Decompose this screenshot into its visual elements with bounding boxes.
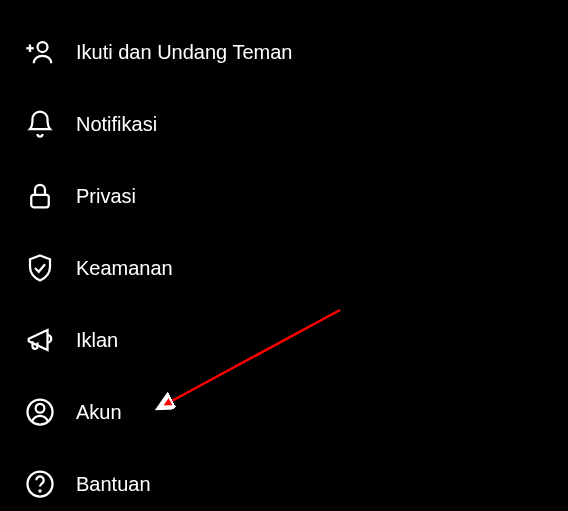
menu-item-security[interactable]: Keamanan	[0, 232, 568, 304]
svg-point-0	[38, 42, 48, 52]
menu-item-label: Iklan	[76, 329, 118, 352]
svg-point-5	[36, 404, 45, 413]
menu-item-label: Notifikasi	[76, 113, 157, 136]
menu-item-label: Bantuan	[76, 473, 151, 496]
menu-item-label: Keamanan	[76, 257, 173, 280]
menu-item-privacy[interactable]: Privasi	[0, 160, 568, 232]
shield-check-icon	[24, 252, 56, 284]
menu-item-account[interactable]: Akun	[0, 376, 568, 448]
help-icon	[24, 468, 56, 500]
menu-item-help[interactable]: Bantuan	[0, 448, 568, 511]
menu-item-label: Ikuti dan Undang Teman	[76, 41, 292, 64]
menu-item-label: Privasi	[76, 185, 136, 208]
svg-point-7	[39, 490, 40, 491]
menu-item-notifications[interactable]: Notifikasi	[0, 88, 568, 160]
account-icon	[24, 396, 56, 428]
bell-icon	[24, 108, 56, 140]
add-person-icon	[24, 36, 56, 68]
megaphone-icon	[24, 324, 56, 356]
svg-rect-3	[31, 195, 49, 208]
menu-item-ads[interactable]: Iklan	[0, 304, 568, 376]
lock-icon	[24, 180, 56, 212]
menu-item-follow-invite[interactable]: Ikuti dan Undang Teman	[0, 16, 568, 88]
settings-menu: Ikuti dan Undang Teman Notifikasi Privas…	[0, 0, 568, 511]
menu-item-label: Akun	[76, 401, 122, 424]
